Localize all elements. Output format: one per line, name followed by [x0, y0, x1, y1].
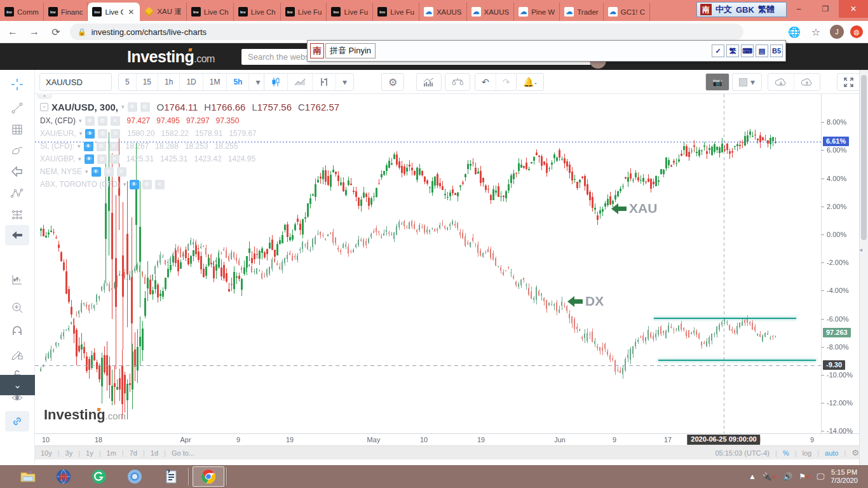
remove-icon[interactable]: ✕: [109, 142, 119, 151]
alert-button[interactable]: 🔔+: [516, 73, 544, 91]
candlestick-style-button[interactable]: [264, 74, 288, 90]
address-bar[interactable]: 🔒 investing.com/charts/live-charts: [70, 24, 743, 40]
goto-button[interactable]: Go to...: [166, 449, 200, 457]
browser-tab-0[interactable]: InvComm: [0, 3, 44, 21]
gear-icon[interactable]: ⚙: [97, 142, 106, 151]
range-button-1m[interactable]: 1m: [101, 449, 122, 457]
legend-row-3[interactable]: XAU/GBP,▾👁⚙✕1425.311425.311423.421424.95: [40, 152, 339, 165]
browser-tab-5[interactable]: InvLive Ch: [234, 3, 281, 21]
log-scale-button[interactable]: log: [803, 449, 812, 457]
compare-scales-button[interactable]: [445, 73, 470, 91]
browser-tab-13[interactable]: ☁GC1! C: [604, 3, 650, 21]
brush-icon[interactable]: [5, 140, 29, 161]
zoom-in-icon[interactable]: [5, 297, 29, 318]
ime-composition-bar[interactable]: 南 拼音 Pinyin ✓ 繁 ⌨ ▤ B5: [307, 40, 786, 62]
back-icon[interactable]: ←: [5, 26, 20, 37]
close-button[interactable]: ✕: [839, 0, 868, 18]
taskbar-clock[interactable]: 5:15 PM 7/3/2020: [831, 468, 862, 485]
scrollbar-thumb[interactable]: [861, 75, 867, 240]
ime-encoding-label[interactable]: GBK: [736, 5, 754, 15]
dx-series-annotation[interactable]: DX: [567, 294, 604, 309]
alert-level-line[interactable]: [35, 365, 821, 366]
legend-row-1[interactable]: XAU/EUR,▾👁⚙✕1580.201582.221578.911579.67: [40, 127, 339, 140]
toolbar-collapse-chevron[interactable]: ⌄: [0, 375, 35, 395]
legend-row-0[interactable]: DX, (CFD)▾👁⚙✕97.42797.49597.29797.350: [40, 114, 339, 127]
gear-icon[interactable]: ⚙: [104, 167, 114, 177]
remove-icon[interactable]: ✕: [111, 116, 120, 126]
ime-language-bar[interactable]: 南 中文 GBK 繁體: [696, 2, 787, 17]
trend-line-1[interactable]: [658, 360, 816, 361]
legend-caret-icon[interactable]: ▾: [78, 156, 81, 162]
taskbar-ime-globe[interactable]: 南: [48, 466, 79, 487]
ime-traditional-label[interactable]: 繁體: [758, 4, 775, 15]
side-panel-collapse-icon[interactable]: ◂: [859, 247, 862, 253]
browser-tab-10[interactable]: ☁XAUUS: [467, 3, 515, 21]
page-scrollbar[interactable]: [859, 70, 868, 465]
range-button-10y[interactable]: 10y: [35, 449, 58, 457]
fullscreen-button[interactable]: [837, 73, 860, 91]
sync-link-icon[interactable]: [5, 411, 29, 431]
browser-tab-7[interactable]: InvLive Fu: [327, 3, 373, 21]
range-button-3y[interactable]: 3y: [60, 449, 79, 457]
network-icon[interactable]: 🖵: [817, 472, 825, 481]
bookmark-star-icon[interactable]: ☆: [808, 26, 824, 38]
hidden-icons-arrow[interactable]: ▲: [749, 472, 756, 481]
gann-grid-icon[interactable]: [5, 119, 29, 140]
ime-doc-icon[interactable]: ▤: [756, 44, 768, 57]
undo-button[interactable]: ↶: [475, 74, 496, 90]
remove-icon[interactable]: ✕: [155, 180, 165, 189]
gear-icon[interactable]: ⚙: [98, 116, 107, 126]
forecast-icon[interactable]: [5, 205, 29, 225]
percent-scale-button[interactable]: %: [783, 449, 789, 457]
gear-icon[interactable]: ⚙: [142, 180, 152, 189]
measure-icon[interactable]: [5, 269, 29, 290]
gear-icon[interactable]: ⚙: [97, 154, 107, 164]
cloud-load-button[interactable]: [768, 74, 794, 90]
trendline-icon[interactable]: [5, 98, 29, 118]
forward-icon[interactable]: →: [27, 26, 42, 37]
range-button-7d[interactable]: 7d: [124, 449, 143, 457]
ime-trad-toggle[interactable]: 繁: [726, 44, 739, 57]
action-center-alert-icon[interactable]: ⚑✕: [799, 472, 810, 481]
browser-tab-2[interactable]: InvLive C✕: [88, 3, 140, 21]
cloud-save-button[interactable]: [794, 74, 820, 90]
tab-close-icon[interactable]: ✕: [126, 8, 135, 17]
minimize-button[interactable]: –: [785, 0, 812, 18]
legend-row-2[interactable]: SI, (CFD):▾👁⚙✕18.26718.28818.25318.255: [40, 140, 339, 152]
interval-button-1M[interactable]: 1M: [203, 74, 227, 90]
ime-check-icon[interactable]: ✓: [712, 44, 724, 57]
legend-caret-icon[interactable]: ▾: [85, 168, 88, 175]
refresh-icon[interactable]: ⟳: [48, 26, 64, 38]
gear-icon[interactable]: ⚙: [382, 74, 403, 90]
legend-caret-icon[interactable]: ▾: [79, 130, 83, 137]
eye-icon[interactable]: 👁: [128, 102, 137, 112]
hide-drawings-arrow-icon[interactable]: [5, 225, 29, 245]
browser-tab-4[interactable]: InvLive Ch: [187, 3, 234, 21]
interval-button-active[interactable]: 5h: [227, 74, 249, 90]
legend-caret-icon[interactable]: ▾: [79, 118, 82, 124]
axis-settings-gear-icon[interactable]: ⚙: [851, 448, 859, 458]
legend-row-main[interactable]: −XAU/USD, 300,▾👁⚙O1764.11H1766.66L1757.5…: [40, 99, 339, 114]
gear-icon[interactable]: ⚙: [98, 129, 107, 139]
legend-caret-icon[interactable]: ▾: [123, 181, 126, 187]
eye-icon[interactable]: 👁: [85, 116, 95, 126]
interval-button-15[interactable]: 15: [137, 74, 158, 90]
clock-timezone[interactable]: 05:15:03 (UTC-4): [715, 449, 770, 457]
trend-line-0[interactable]: [654, 318, 796, 319]
taskbar-file-explorer[interactable]: [12, 466, 44, 487]
browser-tab-11[interactable]: ☁Pine W: [514, 3, 560, 21]
crosshair-icon[interactable]: [5, 74, 29, 95]
legend-row-5[interactable]: ABX, TORONTO (CFD)▾👁⚙✕: [40, 178, 339, 191]
redo-button[interactable]: ↷: [496, 74, 517, 90]
browser-tab-9[interactable]: ☁XAUUS: [419, 3, 467, 21]
snapshot-button[interactable]: 📷: [705, 73, 729, 91]
eye-icon[interactable]: 👁: [130, 180, 139, 189]
eye-icon[interactable]: 👁: [85, 129, 95, 139]
interval-button-1D[interactable]: 1D: [180, 74, 203, 90]
url-text[interactable]: investing.com/charts/live-charts: [92, 27, 207, 37]
arrow-shape-icon[interactable]: [5, 161, 29, 182]
browser-tab-1[interactable]: InvFinanc: [44, 3, 88, 21]
browser-tab-6[interactable]: InvLive Fu: [281, 3, 327, 21]
gear-icon[interactable]: ⚙: [140, 102, 150, 112]
magnet-icon[interactable]: [5, 321, 29, 341]
